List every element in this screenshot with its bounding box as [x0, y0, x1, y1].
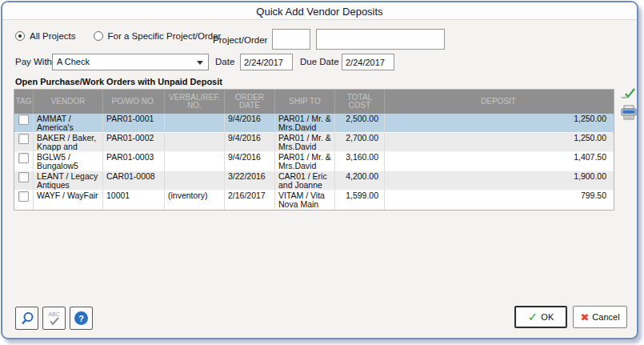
tag-checkbox[interactable] — [18, 134, 29, 144]
tag-cell — [14, 152, 34, 171]
col-header-total-cost[interactable]: TOTAL COST — [335, 90, 385, 114]
tag-cell — [14, 191, 34, 210]
question-mark-icon: ? — [74, 311, 88, 325]
search-button[interactable] — [15, 307, 38, 330]
quick-add-vendor-deposits-dialog: Quick Add Vendor Deposits All Projects F… — [1, 1, 638, 339]
check-icon: ✓ — [528, 311, 538, 323]
col-header-order-date[interactable]: ORDER DATE — [225, 90, 275, 114]
due-date-input[interactable] — [342, 54, 394, 70]
col-header-powo-no[interactable]: PO/WO NO. — [103, 90, 165, 114]
vendor-cell: WAYF / WayFair — [34, 191, 103, 210]
col-header-ship-to[interactable]: SHIP TO — [275, 90, 335, 114]
project-order-label: Project/Order — [213, 35, 267, 45]
powo-cell: PAR01-0003 — [103, 152, 165, 171]
spellcheck-button[interactable]: ABC — [42, 307, 66, 330]
total-cost-cell: 1,599.00 — [335, 191, 385, 210]
ship-to-cell: PAR01 / Mr. & Mrs.David — [275, 133, 335, 152]
table-row[interactable]: BGLW5 / Bungalow5 PAR01-0003 9/4/2016 PA… — [14, 152, 614, 171]
vendor-cell: AMMAT / America's — [34, 114, 103, 133]
powo-cell: PAR01-0002 — [103, 133, 165, 152]
order-date-cell: 9/4/2016 — [225, 152, 275, 171]
tag-cell — [14, 133, 34, 152]
verbal-ref-cell — [165, 171, 225, 191]
col-header-vendor[interactable]: VENDOR — [34, 90, 103, 114]
total-cost-cell: 4,200.00 — [335, 171, 385, 191]
x-icon: ✖ — [580, 312, 589, 323]
spellcheck-icon: ABC — [48, 311, 59, 326]
deposit-cell: 799.50 — [385, 191, 612, 210]
tag-all-checkmark-icon[interactable] — [620, 86, 638, 102]
open-orders-table: TAG VENDOR PO/WO NO. VERBAL/REF. NO. ORD… — [14, 89, 614, 211]
order-date-cell: 9/4/2016 — [225, 133, 275, 152]
total-cost-cell: 3,160.00 — [335, 152, 385, 171]
verbal-ref-cell — [165, 133, 225, 152]
grid-side-toolbar — [619, 86, 638, 121]
tag-checkbox[interactable] — [18, 172, 29, 183]
col-header-deposit[interactable]: DEPOSIT — [385, 90, 612, 114]
radio-all-projects-label: All Projects — [30, 31, 76, 41]
powo-cell: CAR01-0008 — [103, 171, 165, 191]
cancel-button[interactable]: ✖ Cancel — [573, 306, 627, 328]
pay-with-value: A Check — [57, 57, 90, 66]
project-name-input[interactable] — [316, 29, 445, 50]
ship-to-cell: VITAM / Vita Nova Main — [275, 191, 335, 210]
tag-checkbox[interactable] — [18, 191, 29, 202]
order-date-cell: 3/22/2016 — [225, 171, 275, 191]
date-label: Date — [215, 57, 234, 66]
vendor-cell: BAKER / Baker, Knapp and Tubbs — [34, 133, 103, 152]
date-input[interactable] — [240, 54, 293, 70]
order-date-cell: 9/4/2016 — [225, 114, 275, 133]
ship-to-cell: CAR01 / Eric and Joanne — [275, 171, 335, 191]
radio-all-projects[interactable]: All Projects — [15, 31, 76, 41]
ship-to-cell: PAR01 / Mr. & Mrs.David — [275, 152, 335, 171]
powo-cell: PAR01-0001 — [103, 114, 165, 133]
grid-caption: Open Purchase/Work Orders with Unpaid De… — [15, 77, 222, 86]
order-date-cell: 2/16/2017 — [225, 191, 275, 210]
deposit-cell: 1,250.00 — [385, 133, 612, 152]
verbal-ref-cell: (inventory) — [165, 191, 225, 210]
deposit-cell: 1,900.00 — [385, 171, 612, 191]
col-header-tag[interactable]: TAG — [14, 90, 34, 114]
pay-with-dropdown[interactable]: A Check — [52, 54, 209, 70]
table-row[interactable]: BAKER / Baker, Knapp and Tubbs PAR01-000… — [14, 133, 614, 152]
table-header-row: TAG VENDOR PO/WO NO. VERBAL/REF. NO. ORD… — [14, 90, 614, 114]
table-row[interactable]: WAYF / WayFair 10001 (inventory) 2/16/20… — [14, 191, 614, 210]
project-filter-radio-group: All Projects For a Specific Project/Orde… — [15, 31, 221, 41]
spellcheck-abc-text: ABC — [48, 311, 59, 317]
deposit-cell: 1,407.50 — [385, 152, 612, 171]
ok-button-label: OK — [541, 312, 554, 322]
powo-cell: 10001 — [103, 191, 165, 210]
dialog-title: Quick Add Vendor Deposits — [2, 2, 637, 20]
tag-checkbox[interactable] — [18, 153, 29, 163]
magnifier-icon — [20, 311, 34, 326]
radio-specific-project[interactable]: For a Specific Project/Order — [94, 31, 222, 41]
ok-button[interactable]: ✓ OK — [514, 306, 567, 328]
printer-icon[interactable] — [620, 105, 638, 121]
tag-cell — [14, 171, 34, 191]
table-row[interactable]: AMMAT / America's PAR01-0001 9/4/2016 PA… — [14, 114, 614, 133]
total-cost-cell: 2,700.00 — [335, 133, 385, 152]
verbal-ref-cell — [165, 114, 225, 133]
tag-checkbox[interactable] — [18, 114, 29, 125]
radio-specific-project-label: For a Specific Project/Order — [108, 31, 222, 41]
chevron-down-icon — [197, 61, 203, 65]
vendor-cell: LEANT / Legacy Antiques — [34, 171, 103, 191]
deposit-cell: 1,250.00 — [385, 114, 612, 133]
ship-to-cell: PAR01 / Mr. & Mrs.David — [275, 114, 335, 133]
tag-cell — [14, 114, 34, 133]
vendor-cell: BGLW5 / Bungalow5 — [34, 152, 103, 171]
due-date-label: Due Date — [300, 57, 339, 66]
help-button[interactable]: ? — [70, 307, 93, 330]
cancel-button-label: Cancel — [592, 312, 619, 322]
col-header-verbal-ref[interactable]: VERBAL/REF. NO. — [165, 90, 225, 114]
total-cost-cell: 2,500.00 — [335, 114, 385, 133]
project-code-input[interactable] — [272, 29, 310, 50]
radio-button-icon[interactable] — [94, 31, 103, 41]
table-row[interactable]: LEANT / Legacy Antiques CAR01-0008 3/22/… — [14, 171, 614, 191]
pay-with-label: Pay With — [15, 57, 52, 66]
verbal-ref-cell — [165, 152, 225, 171]
radio-button-icon[interactable] — [15, 31, 25, 41]
